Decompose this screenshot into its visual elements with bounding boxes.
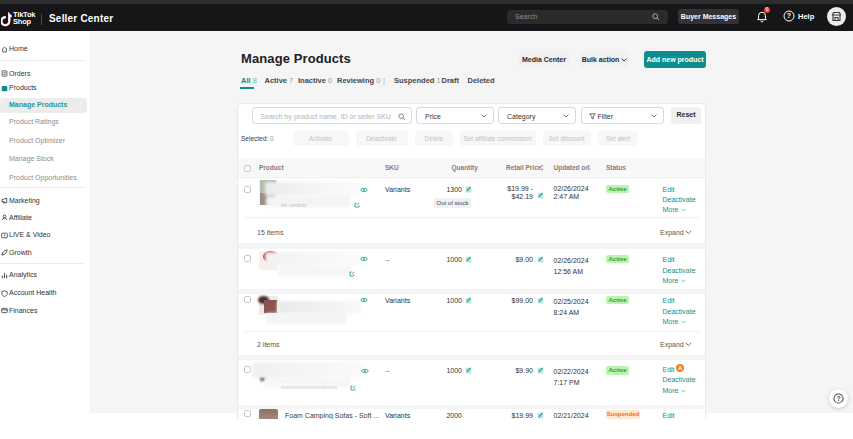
svg-text:?: ? — [836, 395, 840, 402]
svg-text:?: ? — [787, 12, 791, 19]
